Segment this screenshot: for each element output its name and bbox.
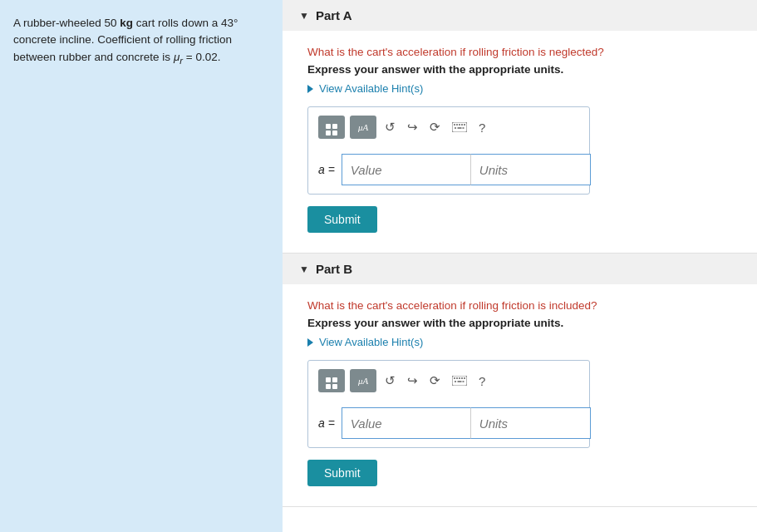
- svg-rect-11: [456, 377, 458, 379]
- part-b-input-box: μA ↺ ↪ ⟳: [307, 360, 590, 448]
- svg-rect-6: [455, 127, 456, 129]
- part-a-submit-button[interactable]: Submit: [307, 206, 377, 233]
- keyboard-icon: [452, 122, 467, 132]
- svg-rect-16: [458, 381, 462, 382]
- mu-button[interactable]: μA: [350, 116, 376, 139]
- svg-rect-5: [464, 124, 465, 126]
- part-b-toolbar: μA ↺ ↪ ⟳: [318, 369, 579, 399]
- part-a-value-input[interactable]: [342, 154, 470, 185]
- part-b-hint-link[interactable]: View Available Hint(s): [307, 336, 732, 348]
- part-b-answer-row: a =: [318, 407, 579, 439]
- svg-rect-7: [458, 127, 462, 129]
- part-b-collapse-arrow[interactable]: ▼: [299, 264, 309, 275]
- part-a-title: Part A: [316, 8, 352, 22]
- undo-button[interactable]: ↺: [381, 118, 399, 136]
- part-b-mu-label: μA: [358, 376, 368, 386]
- part-a-hint-text: View Available Hint(s): [319, 82, 423, 95]
- part-b-grid-icon: [326, 377, 337, 389]
- part-a-a-label: a =: [318, 163, 335, 176]
- part-a-input-box: μA ↺ ↪ ⟳: [307, 106, 590, 195]
- part-b-units-input[interactable]: [470, 407, 591, 439]
- mu-label: μA: [358, 122, 368, 132]
- svg-rect-17: [463, 381, 465, 382]
- problem-description: A rubber-wheeled 50 kg cart rolls down a…: [0, 0, 283, 532]
- part-a-hint-link[interactable]: View Available Hint(s): [307, 82, 732, 95]
- part-a-toolbar: μA ↺ ↪ ⟳: [318, 116, 579, 145]
- part-b-body: What is the cart's acceleration if rolli…: [283, 284, 757, 506]
- svg-rect-2: [456, 124, 458, 126]
- part-a-units-input[interactable]: [470, 154, 591, 185]
- part-b-a-label: a =: [318, 416, 335, 430]
- svg-rect-12: [459, 377, 460, 379]
- part-b-express: Express your answer with the appropriate…: [307, 317, 732, 329]
- hint-arrow-icon: [307, 85, 313, 93]
- problem-text: A rubber-wheeled 50 kg cart rolls down a…: [13, 17, 238, 63]
- part-b-value-input[interactable]: [342, 407, 470, 439]
- grid-icon: [326, 124, 337, 135]
- part-b-undo-button[interactable]: ↺: [381, 372, 399, 390]
- grid-icon-button[interactable]: [318, 116, 345, 139]
- part-b-question: What is the cart's acceleration if rolli…: [307, 299, 732, 312]
- part-b-title: Part B: [316, 262, 352, 276]
- svg-rect-15: [455, 381, 456, 382]
- part-b-keyboard-button[interactable]: [449, 372, 470, 390]
- svg-rect-10: [454, 377, 455, 379]
- part-b-mu-button[interactable]: μA: [350, 369, 376, 392]
- help-button[interactable]: ?: [475, 119, 489, 136]
- part-b-keyboard-icon: [452, 376, 467, 386]
- part-b-reset-button[interactable]: ⟳: [426, 372, 444, 390]
- part-a-body: What is the cart's acceleration if rolli…: [283, 31, 757, 253]
- reset-button[interactable]: ⟳: [426, 118, 444, 136]
- part-b-section: ▼ Part B What is the cart's acceleration…: [283, 254, 757, 507]
- svg-rect-4: [461, 124, 463, 126]
- keyboard-button[interactable]: [449, 119, 470, 136]
- part-b-header: ▼ Part B: [283, 254, 757, 284]
- redo-button[interactable]: ↪: [404, 118, 421, 136]
- part-b-redo-button[interactable]: ↪: [404, 372, 421, 390]
- answer-panel: ▼ Part A What is the cart's acceleration…: [283, 0, 757, 532]
- svg-rect-8: [463, 127, 465, 129]
- part-a-collapse-arrow[interactable]: ▼: [299, 10, 309, 22]
- hint-b-arrow-icon: [307, 338, 313, 347]
- part-a-question: What is the cart's acceleration if rolli…: [307, 46, 732, 58]
- part-a-section: ▼ Part A What is the cart's acceleration…: [283, 0, 757, 254]
- part-a-header: ▼ Part A: [283, 0, 757, 31]
- part-b-submit-button[interactable]: Submit: [307, 460, 377, 486]
- part-b-hint-text: View Available Hint(s): [319, 336, 423, 348]
- svg-rect-1: [454, 124, 455, 126]
- part-a-express: Express your answer with the appropriate…: [307, 63, 732, 76]
- part-a-answer-row: a =: [318, 154, 579, 185]
- part-b-help-button[interactable]: ?: [475, 372, 489, 390]
- svg-rect-3: [459, 124, 460, 126]
- svg-rect-14: [464, 377, 465, 379]
- part-b-grid-icon-button[interactable]: [318, 369, 345, 392]
- svg-rect-13: [461, 377, 463, 379]
